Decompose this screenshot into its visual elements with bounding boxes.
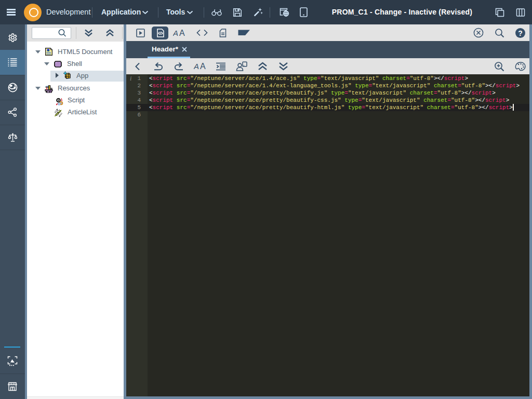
- svg-text:A: A: [173, 29, 178, 37]
- svg-text:?: ?: [518, 29, 523, 37]
- svg-text:A: A: [179, 29, 185, 37]
- svg-text:A: A: [200, 62, 206, 71]
- svg-text:A: A: [194, 62, 199, 71]
